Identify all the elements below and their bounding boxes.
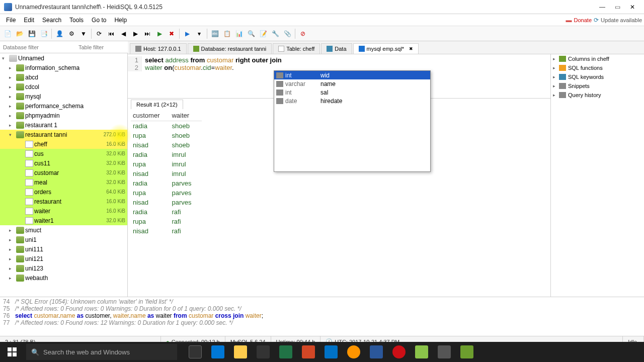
tb-d[interactable]: 🔍: [246, 28, 257, 39]
app-powerpoint[interactable]: [297, 342, 319, 362]
result-row[interactable]: radiarafi: [131, 207, 202, 217]
tree-table[interactable]: orders64.0 KiB: [0, 187, 127, 197]
rightpanel-item[interactable]: ▸Query history: [551, 90, 644, 100]
minimize-button[interactable]: —: [595, 2, 610, 12]
result-tab[interactable]: Result #1 (2×12): [131, 100, 183, 109]
tree-table[interactable]: waiter16.0 KiB: [0, 206, 127, 216]
tree-table[interactable]: restaurant16.0 KiB: [0, 197, 127, 206]
close-button[interactable]: ✕: [625, 2, 640, 12]
tab-query[interactable]: mysql emp.sql*✖: [353, 43, 419, 54]
tree-db[interactable]: ▸uni111: [0, 244, 127, 254]
tb-f[interactable]: 🔧: [270, 28, 281, 39]
autocomplete-item[interactable]: datehiredate: [274, 97, 430, 105]
tb-first[interactable]: ⏮: [106, 28, 117, 39]
tb-b[interactable]: 📋: [221, 28, 232, 39]
autocomplete-item[interactable]: intwid: [274, 71, 430, 79]
result-row[interactable]: radiaimrul: [131, 150, 202, 159]
result-row[interactable]: radiashoeb: [131, 121, 202, 131]
result-header[interactable]: waiter: [170, 110, 201, 121]
tb-refresh[interactable]: ⟳: [94, 28, 105, 39]
tree-db[interactable]: ▸mysql: [0, 92, 127, 101]
tb-saveall[interactable]: 📑: [38, 28, 49, 39]
tree-db[interactable]: ▸performance_schema: [0, 101, 127, 111]
tb-settings[interactable]: ⚙: [66, 28, 77, 39]
tree-db[interactable]: ▸abcd: [0, 72, 127, 82]
rightpanel-item[interactable]: ▸Snippets: [551, 81, 644, 90]
tb-last[interactable]: ⏭: [142, 28, 153, 39]
app-edge[interactable]: [207, 342, 229, 362]
result-row[interactable]: nisadparves: [131, 198, 202, 207]
tree-db[interactable]: ▸cdcol: [0, 82, 127, 92]
tree-table[interactable]: cus1132.0 KiB: [0, 158, 127, 168]
start-button[interactable]: [0, 342, 24, 362]
tb-cancel[interactable]: ⊘: [297, 28, 308, 39]
app-explorer[interactable]: [229, 342, 252, 362]
app-firefox[interactable]: [343, 342, 365, 362]
result-header[interactable]: customer: [131, 110, 170, 121]
tree-table[interactable]: cheff16.0 KiB: [0, 139, 127, 149]
tab-database[interactable]: Database: restaurant tanni: [188, 43, 272, 54]
update-link[interactable]: Update available: [601, 17, 642, 23]
result-row[interactable]: nisadimrul: [131, 169, 202, 178]
tree-db[interactable]: ▸information_schema: [0, 63, 127, 72]
menu-help[interactable]: Help: [110, 16, 131, 25]
tree-db[interactable]: ▸webauth: [0, 273, 127, 283]
tb-users[interactable]: 👤: [54, 28, 65, 39]
tree-db[interactable]: ▸uni1: [0, 235, 127, 244]
tree-db[interactable]: ▸restaurant 1: [0, 120, 127, 130]
app-outlook[interactable]: [320, 342, 342, 362]
menu-search[interactable]: Search: [38, 16, 65, 25]
menu-goto[interactable]: Go to: [88, 16, 110, 25]
app-word[interactable]: [365, 342, 387, 362]
app-misc1[interactable]: [411, 342, 433, 362]
result-row[interactable]: ruparafi: [131, 217, 202, 226]
tb-new[interactable]: 📄: [2, 28, 13, 39]
donate-link[interactable]: Donate: [574, 17, 592, 23]
rightpanel-item[interactable]: ▸SQL keywords: [551, 72, 644, 81]
app-misc2[interactable]: [433, 342, 455, 362]
rightpanel-item[interactable]: ▸Columns in cheff: [551, 54, 644, 63]
app-heidisql[interactable]: [456, 342, 478, 362]
result-row[interactable]: radiaparves: [131, 178, 202, 188]
result-row[interactable]: nisadshoeb: [131, 140, 202, 150]
tree-table[interactable]: cus32.0 KiB: [0, 149, 127, 158]
tb-more1[interactable]: ▾: [194, 28, 205, 39]
tb-stop[interactable]: ✖: [166, 28, 177, 39]
tab-table[interactable]: Table: cheff: [273, 43, 320, 54]
tree-table[interactable]: waiter132.0 KiB: [0, 216, 127, 225]
db-tree[interactable]: ▾Unnamed▸information_schema▸abcd▸cdcol▸m…: [0, 53, 127, 297]
tab-host[interactable]: Host: 127.0.0.1: [130, 43, 187, 54]
maximize-button[interactable]: ▭: [610, 2, 625, 12]
tree-table[interactable]: customar32.0 KiB: [0, 168, 127, 177]
menu-tools[interactable]: Tools: [65, 16, 88, 25]
autocomplete-popup[interactable]: intwidvarcharnameintsaldatehiredate: [274, 70, 431, 172]
tree-table[interactable]: meal32.0 KiB: [0, 177, 127, 187]
log-panel[interactable]: 74/* SQL Error (1054): Unknown column 'w…: [0, 297, 644, 336]
tb-e[interactable]: 📝: [258, 28, 269, 39]
menu-edit[interactable]: Edit: [20, 16, 38, 25]
tb-save[interactable]: 💾: [26, 28, 37, 39]
result-row[interactable]: rupaparves: [131, 188, 202, 198]
tab-data[interactable]: Data: [321, 43, 352, 54]
tree-db[interactable]: ▸uni121: [0, 254, 127, 263]
tb-g[interactable]: 📎: [282, 28, 293, 39]
tree-db[interactable]: ▸uni123: [0, 263, 127, 273]
tree-server[interactable]: ▾Unnamed: [0, 53, 127, 63]
autocomplete-item[interactable]: varcharname: [274, 79, 430, 88]
result-row[interactable]: rupaimrul: [131, 159, 202, 169]
tb-prev[interactable]: ◀: [118, 28, 129, 39]
app-excel[interactable]: [275, 342, 297, 362]
tb-a[interactable]: 🔤: [209, 28, 220, 39]
tb-open[interactable]: 📂: [14, 28, 25, 39]
tb-drop[interactable]: ▼: [78, 28, 89, 39]
app-opera[interactable]: [388, 342, 410, 362]
result-row[interactable]: rupashoeb: [131, 131, 202, 140]
menu-file[interactable]: File: [2, 16, 20, 25]
taskbar-search[interactable]: 🔍Search the web and Windows: [26, 344, 177, 360]
rightpanel-item[interactable]: ▸SQL functions: [551, 63, 644, 72]
tb-run[interactable]: ▶: [182, 28, 193, 39]
tb-c[interactable]: 📊: [233, 28, 245, 39]
task-view[interactable]: [184, 342, 206, 362]
tb-next[interactable]: ▶: [130, 28, 141, 39]
tree-db[interactable]: ▾restaurant tanni272.0 KiB: [0, 130, 127, 139]
